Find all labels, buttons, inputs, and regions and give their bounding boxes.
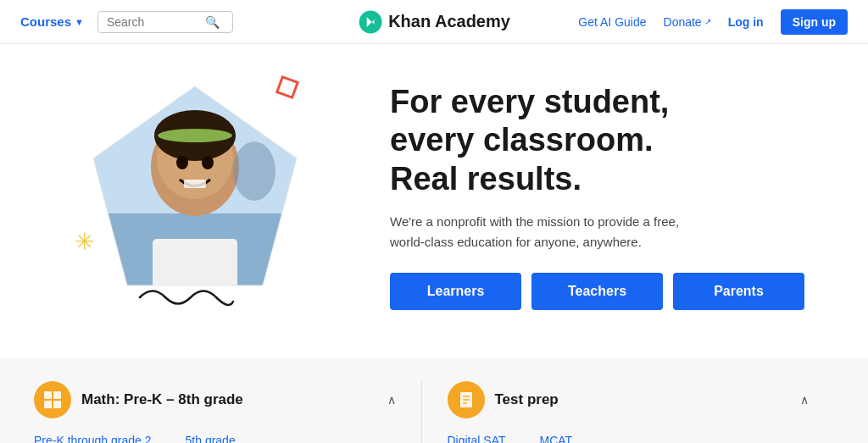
hero-image-area: ✳	[68, 69, 339, 324]
testprep-subject-header: Test prep ∧	[448, 381, 810, 418]
search-icon: 🔍	[205, 15, 220, 29]
donate-label: Donate	[664, 15, 702, 29]
testprep-icon-svg	[455, 389, 477, 411]
testprep-link-digitalsat[interactable]: Digital SAT	[448, 434, 506, 443]
svg-point-13	[233, 141, 275, 201]
svg-point-10	[202, 156, 214, 169]
courses-button[interactable]: Courses ▼	[20, 14, 84, 29]
search-bar[interactable]: 🔍	[97, 11, 233, 33]
math-icon	[34, 381, 71, 418]
math-subject-title: Math: Pre-K – 8th grade	[81, 391, 243, 408]
external-link-icon: ↗	[704, 17, 711, 26]
testprep-subject-col: Test prep ∧ Digital SAT LSAT MCAT Try th…	[421, 381, 835, 443]
ai-guide-label: Get AI Guide	[578, 15, 646, 29]
svg-point-9	[176, 156, 188, 169]
login-button[interactable]: Log in	[728, 15, 764, 29]
hero-image	[85, 78, 305, 298]
math-icon-svg	[42, 389, 64, 411]
svg-rect-17	[44, 401, 52, 408]
logo[interactable]: Khan Academy	[358, 9, 510, 35]
testprep-subject-title: Test prep	[495, 391, 559, 408]
hero-section: ✳	[0, 44, 868, 357]
hero-subtext: We're a nonprofit with the mission to pr…	[390, 212, 712, 252]
teachers-button[interactable]: Teachers	[531, 273, 663, 310]
hero-headline: For every student, every classroom. Real…	[390, 83, 804, 199]
svg-rect-15	[44, 391, 52, 399]
math-link-5th[interactable]: 5th grade	[186, 434, 236, 443]
parents-button[interactable]: Parents	[673, 273, 804, 310]
testprep-collapse-icon[interactable]: ∧	[800, 393, 809, 407]
svg-rect-18	[53, 401, 61, 408]
khan-academy-logo-icon	[358, 9, 383, 35]
deco-scribble-icon	[136, 280, 237, 319]
math-subject-col: Math: Pre-K – 8th grade ∧ Pre-K through …	[34, 381, 421, 443]
hero-buttons: Learners Teachers Parents	[390, 273, 804, 310]
svg-rect-16	[53, 391, 61, 399]
svg-rect-11	[184, 180, 206, 188]
hero-content: For every student, every classroom. Real…	[339, 83, 804, 311]
testprep-link-mcat[interactable]: MCAT	[539, 434, 628, 443]
logo-text: Khan Academy	[388, 12, 510, 31]
navigation: Courses ▼ 🔍 Khan Academy Get AI Guide Do…	[0, 0, 868, 44]
math-link-prek[interactable]: Pre-K through grade 2(Khan Kids)	[34, 434, 152, 443]
testprep-icon	[448, 381, 485, 418]
subjects-section: Math: Pre-K – 8th grade ∧ Pre-K through …	[0, 357, 868, 443]
math-links: Pre-K through grade 2(Khan Kids) 5th gra…	[34, 434, 396, 443]
math-subject-header: Math: Pre-K – 8th grade ∧	[34, 381, 396, 418]
math-collapse-icon[interactable]: ∧	[387, 393, 396, 407]
ai-guide-link[interactable]: Get AI Guide	[578, 15, 646, 29]
svg-point-8	[158, 129, 232, 142]
learners-button[interactable]: Learners	[390, 273, 521, 310]
courses-chevron-icon: ▼	[75, 17, 84, 27]
scribble-svg	[136, 280, 237, 314]
donate-link[interactable]: Donate ↗	[664, 15, 711, 29]
search-input[interactable]	[107, 15, 200, 29]
courses-label: Courses	[20, 14, 71, 29]
testprep-links: Digital SAT LSAT MCAT Try the PISA test	[448, 434, 810, 443]
signup-button[interactable]: Sign up	[781, 9, 848, 35]
